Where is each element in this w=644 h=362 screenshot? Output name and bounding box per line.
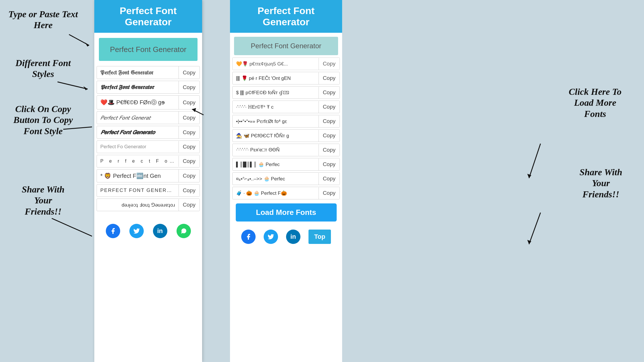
right-panel-title: Perfect Font Generator (236, 5, 336, 28)
font-text: 🧳 · 🎃 🧁 Perfect F🎃 (233, 187, 319, 199)
font-row: 𝙋𝙚𝙧𝙛𝙚𝙘𝙩 𝙁𝙤𝙣𝙩 𝙂𝙚𝙣𝙚𝙧𝙖𝙩𝙤 Copy (97, 126, 200, 139)
copy-button[interactable]: Copy (179, 170, 200, 182)
copy-button[interactable]: Copy (179, 184, 200, 197)
facebook-share-button-right[interactable] (241, 230, 256, 244)
font-row: 𝘗𝘦𝘳𝘧𝘦𝘤𝘵 𝘍𝘰𝘯𝘵 𝘎𝘦𝘯𝘦𝘳𝘢𝘵 Copy (97, 111, 200, 124)
share-bar-left: in (94, 218, 202, 243)
font-row: 🧡🌹 p€ττε¢τjωη5 G€... Copy (232, 57, 340, 70)
font-text: $ 🀫 p©fFE©Ð foÑт ɠ🀻 (233, 87, 319, 99)
font-text: ɹoʇɐɹǝuǝ⅁ ʇuoℲ ʇɔǝɟɹǝd (97, 199, 179, 211)
right-input-placeholder: Perfect Font Generator (251, 42, 321, 50)
font-row: P e r f e c t F o n t Copy (97, 155, 200, 167)
font-text: ·'·'·'·'· ℍEr©Ŧᵃ Ŧ c (233, 101, 319, 113)
font-text: 𝘗𝘦𝘳𝘧𝘦𝘤𝘵 𝘍𝘰𝘯𝘵 𝘎𝘦𝘯𝘦𝘳𝘢𝘵 (97, 111, 179, 124)
font-row: $ 🀫 p©fFE©Ð foÑт ɠ🀻 Copy (232, 86, 340, 99)
left-phone-panel: Perfect Font Generator Perfect Font Gene… (94, 0, 202, 362)
facebook-share-button[interactable] (106, 224, 120, 238)
text-input-area[interactable]: Perfect Font Generator (99, 38, 198, 61)
svg-line-12 (529, 213, 540, 244)
linkedin-share-button-right[interactable]: in (286, 230, 300, 244)
font-row: ɹoʇɐɹǝuǝ⅁ ʇuoℲ ʇɔǝɟɹǝd Copy (97, 199, 200, 211)
right-font-list: 🧡🌹 p€ττε¢τjωη5 G€... Copy 🀫 🌹 pé r FEČt … (230, 57, 342, 199)
copy-button[interactable]: Copy (179, 199, 200, 211)
copy-button[interactable]: Copy (319, 158, 340, 170)
copy-button[interactable]: Copy (179, 81, 200, 93)
font-row: 𝕻𝖊𝖗𝖋𝖊𝖈𝖙 𝕱𝖔𝖓𝖙 𝕲𝖊𝖓𝖊𝖗𝖆𝖙𝖔𝖗 Copy (97, 81, 200, 94)
svg-marker-1 (85, 43, 89, 47)
font-row: Perfect Fo Generator Copy (97, 140, 200, 153)
font-text: P e r f e c t F o n t (97, 156, 179, 167)
copy-button[interactable]: Copy (319, 58, 340, 70)
linkedin-share-button[interactable]: in (153, 224, 167, 238)
left-panel-title: Perfect Font Generator (100, 5, 196, 28)
copy-button[interactable]: Copy (319, 144, 340, 156)
copy-button[interactable]: Copy (319, 101, 340, 113)
copy-button[interactable]: Copy (319, 187, 340, 199)
right-phone-panel: Perfect Font Generator Perfect Font Gene… (230, 0, 342, 362)
font-row: ·'·'·'·'·'· Pεя'е□т ΘΘÑ Copy (232, 144, 340, 156)
font-text: 𝔓𝔢𝔯𝔣𝔢𝔠𝔱 𝔉𝔬𝔫𝔱 𝔊𝔢𝔫𝔢𝔯𝔞𝔱𝔬𝔯 (97, 66, 179, 79)
font-row: ·'·'·'·'· ℍEr©Ŧᵃ Ŧ c Copy (232, 101, 340, 113)
copy-button[interactable]: Copy (319, 130, 340, 142)
font-text: 🧙 🦋 ΡЄfΘЄCT fÕÑт g (233, 130, 319, 142)
twitter-share-button-right[interactable] (264, 230, 278, 244)
svg-line-10 (529, 144, 540, 178)
font-text: 🀫 🌹 pé r FEČt 'Ont gEN (233, 72, 319, 84)
input-placeholder-text: Perfect Font Generator (110, 45, 187, 54)
copy-button[interactable]: Copy (319, 72, 340, 84)
load-more-button[interactable]: Load More Fonts (236, 203, 337, 222)
font-text: * 🦁 Perfect F🔤nt Gen (97, 170, 179, 182)
font-text: 𝙋𝙚𝙧𝙛𝙚𝙘𝙩 𝙁𝙤𝙣𝙩 𝙂𝙚𝙣𝙚𝙧𝙖𝙩𝙤 (97, 126, 179, 138)
left-panel-header: Perfect Font Generator (94, 0, 202, 33)
copy-button[interactable]: Copy (319, 173, 340, 185)
copy-button[interactable]: Copy (179, 97, 200, 109)
copy-button[interactable]: Copy (319, 115, 340, 127)
font-row: 𝔓𝔢𝔯𝔣𝔢𝔠𝔱 𝔉𝔬𝔫𝔱 𝔊𝔢𝔫𝔢𝔯𝔞𝔱𝔬𝔯 Copy (97, 66, 200, 79)
font-row: ▌║█║▌║ 🧁 Perfec Copy (232, 158, 340, 171)
twitter-share-button[interactable] (129, 224, 144, 238)
font-row: 🀫 🌹 pé r FEČt 'Ont gEN Copy (232, 72, 340, 84)
copy-button[interactable]: Copy (319, 86, 340, 99)
font-text: PERFECT FONT GENERATOR (97, 185, 179, 196)
font-row: 🧳 · 🎃 🧁 Perfect F🎃 Copy (232, 187, 340, 199)
svg-marker-11 (527, 174, 531, 178)
font-text: Perfect Fo Generator (97, 141, 179, 153)
font-row: 🧙 🦋 ΡЄfΘЄCT fÕÑт g Copy (232, 129, 340, 142)
svg-line-4 (63, 124, 92, 129)
font-list-left: 𝔓𝔢𝔯𝔣𝔢𝔠𝔱 𝔉𝔬𝔫𝔱 𝔊𝔢𝔫𝔢𝔯𝔞𝔱𝔬𝔯 Copy 𝕻𝖊𝖗𝖋𝖊𝖈𝖙 𝕱𝖔𝖓𝖙… (94, 66, 202, 211)
share-bar-right: in Top (230, 226, 342, 248)
copy-button[interactable]: Copy (179, 67, 200, 79)
font-row: PERFECT FONT GENERATOR Copy (97, 184, 200, 197)
font-text: ❤️🎩 P€ff€©Ð FØnⓄ gɘ (97, 96, 179, 109)
font-text: ¤₄•°⌐₄•..–>> 🧁 Perfec (233, 173, 319, 185)
svg-line-2 (57, 82, 88, 89)
copy-button[interactable]: Copy (179, 112, 200, 124)
font-row: * 🦁 Perfect F🔤nt Gen Copy (97, 169, 200, 182)
copy-button[interactable]: Copy (179, 141, 200, 153)
whatsapp-share-button[interactable] (177, 224, 191, 238)
font-text: ▌║█║▌║ 🧁 Perfec (233, 159, 319, 170)
right-input-area[interactable]: Perfect Font Generator (234, 37, 338, 55)
font-text: 🧡🌹 p€ττε¢τjωη5 G€... (233, 58, 319, 70)
copy-button[interactable]: Copy (179, 126, 200, 138)
font-text: ·'·'·'·'·'· Pεя'е□т ΘΘÑ (233, 144, 319, 156)
top-button[interactable]: Top (308, 230, 331, 244)
svg-line-6 (52, 218, 92, 241)
font-row: •|••°•°•»» PɛrfɛØt fo⁴ gɛ Copy (232, 115, 340, 128)
font-row: ¤₄•°⌐₄•..–>> 🧁 Perfec Copy (232, 172, 340, 185)
font-text: •|••°•°•»» PɛrfɛØt fo⁴ gɛ (233, 115, 319, 127)
right-panel-header: Perfect Font Generator (230, 0, 342, 33)
copy-button[interactable]: Copy (179, 155, 200, 167)
font-text: 𝕻𝖊𝖗𝖋𝖊𝖈𝖙 𝕱𝖔𝖓𝖙 𝕲𝖊𝖓𝖊𝖗𝖆𝖙𝖔𝖗 (97, 81, 179, 93)
font-row: ❤️🎩 P€ff€©Ð FØnⓄ gɘ Copy (97, 95, 200, 109)
